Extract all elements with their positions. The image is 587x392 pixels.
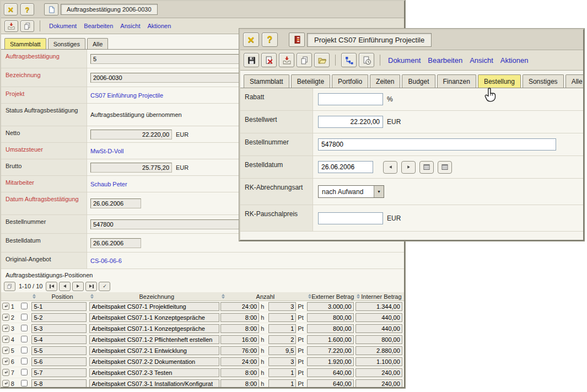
anzahl-hours-input[interactable] — [220, 357, 259, 366]
bezeichnung-input[interactable] — [89, 302, 219, 311]
sort-icon[interactable] — [308, 294, 311, 299]
bestelldatum-input[interactable] — [318, 161, 373, 173]
mitarbeiter-link[interactable]: Schaub Peter — [90, 181, 127, 187]
anzahl-hours-input[interactable] — [220, 302, 259, 311]
interner-betrag-input[interactable] — [356, 379, 402, 388]
anzahl-hours-input[interactable] — [220, 379, 259, 388]
delete-icon[interactable] — [261, 53, 277, 67]
next-page-button[interactable] — [72, 282, 84, 291]
sort-icon[interactable] — [222, 294, 225, 299]
calendar-alt-icon[interactable] — [438, 161, 452, 174]
externer-betrag-input[interactable] — [307, 313, 354, 322]
tab-sonstiges[interactable]: Sonstiges — [48, 38, 85, 49]
bestellnummer-input[interactable] — [318, 138, 556, 151]
close-icon[interactable]: ✕ — [243, 33, 259, 47]
open-position-icon[interactable] — [2, 347, 9, 354]
row-checkbox[interactable] — [21, 369, 28, 375]
open-folder-icon[interactable] — [314, 53, 330, 67]
tab-zeiten[interactable]: Zeiten — [370, 74, 400, 88]
sort-icon[interactable] — [357, 294, 360, 299]
date-prev-button[interactable] — [383, 161, 397, 174]
tab-budget[interactable]: Budget — [402, 74, 435, 88]
row-checkbox[interactable] — [21, 325, 28, 331]
position-input[interactable] — [31, 379, 87, 388]
brutto-input[interactable] — [90, 163, 172, 173]
row-checkbox[interactable] — [21, 336, 28, 342]
row-checkbox[interactable] — [21, 303, 28, 309]
bestellwert-input[interactable] — [318, 116, 383, 128]
project-book-icon[interactable] — [289, 33, 305, 47]
bezeichnung-input[interactable] — [89, 324, 219, 333]
help-icon[interactable]: ? — [20, 3, 34, 15]
bezeichnung-input[interactable] — [89, 379, 219, 388]
anzahl-pt-input[interactable] — [268, 346, 296, 355]
anzahl-pt-input[interactable] — [268, 302, 296, 311]
row-checkbox[interactable] — [21, 314, 28, 320]
last-page-button[interactable] — [85, 282, 97, 291]
interner-betrag-input[interactable] — [356, 313, 402, 322]
calendar-icon[interactable] — [419, 161, 434, 174]
externer-betrag-input[interactable] — [307, 368, 354, 377]
rabatt-input[interactable] — [318, 93, 383, 105]
anzahl-pt-input[interactable] — [268, 335, 296, 344]
interner-betrag-input[interactable] — [356, 324, 402, 333]
open-position-icon[interactable] — [2, 358, 9, 365]
position-input[interactable] — [31, 346, 87, 355]
menu-ansicht[interactable]: Ansicht — [120, 23, 140, 29]
externer-betrag-input[interactable] — [307, 335, 354, 344]
tab-finanzen[interactable]: Finanzen — [437, 74, 476, 88]
select-all-button[interactable]: ✓ — [99, 282, 110, 291]
anzahl-pt-input[interactable] — [268, 357, 296, 366]
tab-beteiligte[interactable]: Beteiligte — [291, 74, 330, 88]
tab-stammblatt[interactable]: Stammblatt — [4, 38, 46, 49]
sort-icon[interactable] — [33, 294, 36, 299]
tab-bestellung[interactable]: Bestellung — [478, 74, 521, 88]
copy-icon[interactable] — [20, 20, 34, 32]
tab-sonstiges[interactable]: Sonstiges — [523, 74, 564, 88]
tab-alle[interactable]: Alle — [566, 74, 584, 88]
externer-betrag-input[interactable] — [307, 346, 354, 355]
bezeichnung-input[interactable] — [89, 313, 219, 322]
menu-dokument[interactable]: Dokument — [49, 23, 77, 29]
umsatzsteuer-link[interactable]: MwSt-D-Voll — [90, 148, 124, 154]
anzahl-pt-input[interactable] — [268, 379, 296, 388]
bestelldatum-input[interactable] — [90, 238, 141, 248]
externer-betrag-input[interactable] — [307, 302, 354, 311]
anzahl-hours-input[interactable] — [220, 335, 259, 344]
copy-icon[interactable] — [297, 53, 312, 67]
externer-betrag-input[interactable] — [307, 379, 354, 388]
position-input[interactable] — [31, 368, 87, 377]
bezeichnung-input[interactable] — [89, 346, 219, 355]
history-icon[interactable] — [359, 53, 374, 67]
interner-betrag-input[interactable] — [356, 357, 402, 366]
anzahl-pt-input[interactable] — [268, 368, 296, 377]
anzahl-pt-input[interactable] — [268, 313, 296, 322]
menu-aktionen[interactable]: Aktionen — [147, 23, 171, 29]
checkin-icon[interactable] — [4, 20, 18, 32]
anzahl-hours-input[interactable] — [220, 346, 259, 355]
document-icon[interactable] — [44, 3, 58, 15]
bezeichnung-input[interactable] — [89, 357, 219, 366]
tab-stammblatt[interactable]: Stammblatt — [244, 74, 289, 88]
menu-bearbeiten[interactable]: Bearbeiten — [428, 56, 462, 65]
menu-aktionen[interactable]: Aktionen — [500, 56, 529, 65]
tab-portfolio[interactable]: Portfolio — [332, 74, 368, 88]
menu-bearbeiten[interactable]: Bearbeiten — [84, 23, 113, 29]
anzahl-hours-input[interactable] — [220, 368, 259, 377]
anzahl-pt-input[interactable] — [268, 324, 296, 333]
netto-input[interactable] — [90, 130, 172, 139]
help-icon[interactable]: ? — [262, 33, 278, 47]
rk-abrechnungsart-select[interactable]: nach Aufwand ▼ — [318, 185, 384, 198]
open-position-icon[interactable] — [2, 369, 9, 376]
sort-icon[interactable] — [90, 294, 94, 299]
row-checkbox[interactable] — [21, 358, 28, 364]
externer-betrag-input[interactable] — [307, 357, 354, 366]
original-angebot-link[interactable]: CS-06-06-6 — [90, 257, 122, 264]
prev-page-button[interactable] — [59, 282, 71, 291]
projekt-link[interactable]: CS07 Einführung Projectile — [90, 92, 163, 99]
menu-ansicht[interactable]: Ansicht — [470, 56, 493, 65]
interner-betrag-input[interactable] — [356, 346, 402, 355]
bezeichnung-input[interactable] — [89, 335, 219, 344]
open-position-icon[interactable] — [2, 325, 9, 332]
datum-auftragsbestaetigung-input[interactable] — [90, 198, 141, 208]
